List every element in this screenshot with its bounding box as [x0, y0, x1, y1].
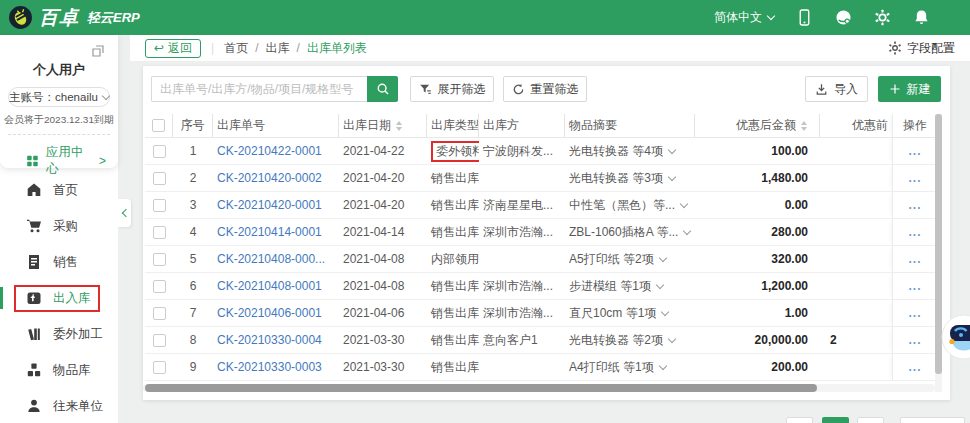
- outbound-date: 2021-03-30: [339, 327, 427, 353]
- row-checkbox[interactable]: [153, 226, 166, 239]
- sidebar-item-purchase[interactable]: 采购: [0, 208, 118, 244]
- sort-icon[interactable]: [801, 121, 807, 131]
- sidebar-item-warehouse[interactable]: 出入库: [0, 280, 118, 316]
- row-actions-button[interactable]: ...: [908, 360, 921, 374]
- sidebar: 个人用户 主账号：chenailu 会员将于2023.12.31到期 应用中心 …: [0, 35, 118, 423]
- row-checkbox[interactable]: [153, 145, 166, 158]
- row-checkbox[interactable]: [153, 199, 166, 212]
- row-checkbox[interactable]: [153, 334, 166, 347]
- outsource-books-icon: [26, 326, 42, 342]
- chevron-down-icon[interactable]: [680, 199, 688, 207]
- search-input[interactable]: [151, 76, 367, 102]
- qr-scan-icon[interactable]: [90, 43, 106, 59]
- order-number-link[interactable]: CK-20210406-0001: [217, 306, 322, 320]
- import-download-icon: [815, 83, 828, 96]
- table-header-row: 序号 出库单号 出库日期 出库类型 出库方 物品摘要 优惠后金额 优惠前 操作: [145, 114, 937, 138]
- col-header-date[interactable]: 出库日期: [339, 114, 427, 137]
- breadcrumb-home[interactable]: 首页: [224, 40, 248, 57]
- row-actions-button[interactable]: ...: [908, 171, 921, 185]
- expand-filter-button[interactable]: 展开筛选: [410, 76, 494, 102]
- outbound-party: 深圳市浩瀚...: [479, 300, 565, 326]
- create-button[interactable]: 新建: [878, 76, 941, 102]
- chevron-down-icon[interactable]: [668, 145, 676, 153]
- horizontal-scrollbar-thumb[interactable]: [145, 384, 817, 392]
- mobile-phone-icon[interactable]: [796, 9, 813, 26]
- bell-icon[interactable]: [913, 9, 930, 26]
- row-index: 6: [173, 273, 213, 299]
- sidebar-collapse-button[interactable]: [118, 199, 131, 227]
- chevron-down-icon[interactable]: [661, 307, 669, 315]
- order-number-link[interactable]: CK-20210408-000...: [217, 252, 325, 266]
- pagination-current-page[interactable]: [822, 417, 849, 423]
- sidebar-item-label: 委外加工: [53, 326, 103, 343]
- page-size-select[interactable]: [900, 417, 965, 423]
- sidebar-item-home[interactable]: 首页: [0, 172, 118, 208]
- order-number-link[interactable]: CK-20210420-0002: [217, 171, 322, 185]
- chevron-down-icon[interactable]: [658, 361, 666, 369]
- select-all-checkbox[interactable]: [152, 119, 165, 132]
- sidebar-menu: 首页采购销售出入库委外加工物品库往来单位: [0, 172, 118, 423]
- order-number-link[interactable]: CK-20210330-0003: [217, 360, 322, 374]
- brand-title: 百卓: [39, 5, 79, 31]
- row-actions-button[interactable]: ...: [908, 225, 921, 239]
- order-number-link[interactable]: CK-20210414-0001: [217, 225, 322, 239]
- gear-icon[interactable]: [874, 9, 891, 26]
- back-arrow-icon: ↩: [154, 41, 164, 55]
- col-header-party: 出库方: [479, 114, 565, 137]
- sidebar-item-items[interactable]: 物品库: [0, 352, 118, 388]
- language-selector[interactable]: 简体中文: [714, 9, 774, 26]
- customer-service-chat-icon[interactable]: [835, 9, 852, 26]
- robot-assistant-icon[interactable]: [941, 314, 970, 360]
- order-number-link[interactable]: CK-20210408-0001: [217, 279, 322, 293]
- row-actions-button[interactable]: ...: [908, 279, 921, 293]
- chevron-down-icon[interactable]: [668, 334, 676, 342]
- sidebar-item-sales[interactable]: 销售: [0, 244, 118, 280]
- row-actions-button[interactable]: ...: [908, 306, 921, 320]
- outbound-date: 2021-04-20: [339, 192, 427, 218]
- row-index: 5: [173, 246, 213, 272]
- row-actions-button[interactable]: ...: [908, 144, 921, 158]
- order-number-link[interactable]: CK-20210420-0001: [217, 198, 322, 212]
- amount-before-discount: 2: [830, 333, 837, 347]
- sidebar-item-label: 采购: [53, 218, 78, 235]
- outbound-party: [479, 165, 565, 191]
- brand-subtitle: 轻云ERP: [87, 9, 140, 27]
- row-checkbox[interactable]: [153, 280, 166, 293]
- field-config-button[interactable]: 字段配置: [888, 40, 955, 57]
- outbound-party: 宁波朗科发...: [479, 138, 565, 164]
- outbound-date: 2021-04-22: [339, 138, 427, 164]
- pagination-prev-button[interactable]: [786, 417, 813, 423]
- row-actions-button[interactable]: ...: [908, 252, 921, 266]
- outbound-date: 2021-04-06: [339, 300, 427, 326]
- col-header-amount-after[interactable]: 优惠后金额: [695, 114, 820, 137]
- account-selector[interactable]: 主账号：chenailu: [8, 87, 110, 107]
- table-body: 1CK-20210422-00012021-04-22委外领料宁波朗科发...光…: [145, 138, 937, 381]
- row-checkbox[interactable]: [153, 307, 166, 320]
- order-number-link[interactable]: CK-20210422-0001: [217, 144, 322, 158]
- chevron-down-icon[interactable]: [658, 253, 666, 261]
- items-cubes-icon: [26, 362, 42, 378]
- sidebar-item-outsource[interactable]: 委外加工: [0, 316, 118, 352]
- row-checkbox[interactable]: [153, 172, 166, 185]
- order-number-link[interactable]: CK-20210330-0004: [217, 333, 322, 347]
- import-button[interactable]: 导入: [805, 76, 868, 102]
- sidebar-item-partners[interactable]: 往来单位: [0, 388, 118, 423]
- outbound-type: 销售出库: [427, 327, 479, 353]
- chevron-down-icon[interactable]: [668, 172, 676, 180]
- search-button[interactable]: [367, 76, 398, 102]
- sort-icon[interactable]: [396, 121, 402, 131]
- outbound-party: [479, 354, 565, 380]
- chevron-down-icon[interactable]: [656, 280, 664, 288]
- reset-filter-button[interactable]: 重置筛选: [503, 76, 587, 102]
- row-actions-button[interactable]: ...: [908, 198, 921, 212]
- col-header-actions: 操作: [892, 114, 937, 137]
- chevron-down-icon[interactable]: [683, 226, 691, 234]
- pagination-next-button[interactable]: [857, 417, 884, 423]
- row-checkbox[interactable]: [153, 253, 166, 266]
- outbound-type: 销售出库: [427, 273, 479, 299]
- breadcrumb-outbound[interactable]: 出库: [266, 40, 290, 57]
- back-button[interactable]: ↩ 返回: [145, 39, 201, 58]
- row-checkbox[interactable]: [153, 361, 166, 374]
- horizontal-scrollbar[interactable]: [143, 384, 935, 392]
- row-actions-button[interactable]: ...: [908, 333, 921, 347]
